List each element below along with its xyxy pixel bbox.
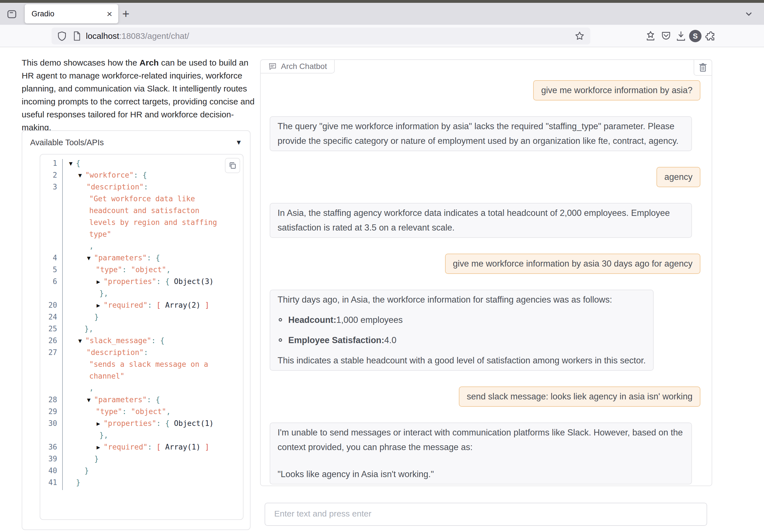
code-lines: 1▼{2▼"workforce": {3"description":"Get w… (40, 159, 243, 490)
code-line-content: ▶"required": [ Array(1) ] (62, 443, 243, 454)
page-icon[interactable] (72, 31, 82, 41)
list-item-label: Employee Satisfaction: (288, 333, 384, 348)
code-line-inner: ▼"workforce": { (78, 171, 147, 179)
code-line-content: ▶"required": [ Array(2) ] (62, 301, 243, 313)
copy-button[interactable] (225, 158, 240, 173)
line-number: 30 (40, 419, 62, 431)
chatbot-label: Arch Chatbot (260, 60, 335, 74)
line-number: 29 (40, 407, 62, 419)
code-line-inner: "description": (87, 348, 148, 357)
code-line-content: type" (62, 230, 243, 242)
code-line: 20▶"required": [ Array(2) ] (40, 301, 243, 313)
code-token: : (144, 348, 148, 357)
expand-arrow-icon[interactable]: ▶ (96, 278, 100, 285)
code-line-inner: channel" (89, 372, 124, 380)
expand-arrow-icon[interactable]: ▶ (96, 444, 100, 450)
code-line-inner: , (89, 384, 94, 392)
code-line-inner: "Get workforce data like (89, 195, 195, 203)
chevron-down-icon[interactable] (743, 8, 754, 20)
save-bookmark-tray-icon[interactable] (643, 29, 658, 43)
line-number: 41 (40, 478, 62, 490)
collapse-arrow-icon[interactable]: ▼ (78, 337, 82, 344)
firefox-view-icon[interactable] (6, 8, 18, 20)
collapse-arrow-icon[interactable]: ▼ (69, 160, 73, 167)
line-number (40, 230, 62, 242)
accordion-collapse-icon[interactable]: ▼ (235, 138, 242, 146)
bookmark-star-icon[interactable] (574, 30, 585, 42)
message-paragraph: This indicates a stable headcount with a… (278, 353, 646, 368)
line-number (40, 218, 62, 230)
code-token: } (85, 466, 89, 475)
url-host: localhost (86, 31, 119, 41)
line-number: 27 (40, 348, 62, 360)
chat-message-list: give me workforce information by asia?Th… (270, 74, 700, 485)
code-line-content: } (62, 454, 243, 466)
code-token: [ (156, 443, 161, 451)
code-line: 24} (40, 313, 243, 324)
code-token: : { (156, 277, 170, 286)
code-line: 4▼"parameters": { (40, 254, 243, 266)
code-line-content: channel" (62, 372, 243, 384)
code-token: "required" (103, 301, 148, 309)
tab-close-icon[interactable]: × (103, 7, 116, 20)
code-token: }, (99, 289, 108, 297)
code-line: type" (40, 230, 243, 242)
code-line-inner: }, (99, 431, 108, 440)
code-token: : { (147, 254, 160, 262)
pocket-icon[interactable] (659, 29, 673, 43)
tools-accordion-header[interactable]: Available Tools/APIs ▼ (22, 131, 250, 154)
message-paragraph: give me workforce information by asia 30… (453, 257, 692, 271)
code-token: channel" (89, 372, 124, 380)
url-text[interactable]: localhost:18083/agent/chat/ (86, 31, 189, 41)
code-line: 30▶"properties": { Object(1) (40, 419, 243, 431)
code-line-inner: type" (89, 230, 111, 239)
collapse-arrow-icon[interactable]: ▼ (78, 172, 82, 179)
line-number: 4 (40, 254, 62, 266)
user-message-bubble: give me workforce information by asia 30… (445, 254, 700, 274)
code-token: } (94, 454, 99, 463)
bot-message-bubble: I'm unable to send messages or interact … (270, 423, 692, 484)
code-token: "slack_message" (85, 336, 151, 345)
code-line-inner: ▼{ (69, 159, 80, 167)
list-item-value: 4.0 (384, 333, 396, 348)
code-line-inner: ▶"properties": { Object(1) (96, 419, 214, 428)
downloads-icon[interactable] (673, 29, 688, 43)
code-line-content: , (62, 384, 243, 396)
line-number: 39 (40, 454, 62, 466)
expand-arrow-icon[interactable]: ▶ (96, 420, 100, 427)
code-token: "sends a slack message on a (89, 360, 208, 368)
expand-arrow-icon[interactable]: ▶ (96, 302, 100, 309)
line-number: 25 (40, 324, 62, 336)
new-tab-button[interactable]: + (118, 6, 133, 21)
code-line: 40} (40, 466, 243, 478)
description-text: This demo showcases how the (22, 58, 140, 67)
line-number: 2 (40, 171, 62, 183)
account-badge[interactable]: S (688, 29, 703, 43)
code-token: levels by region and staffing (89, 218, 217, 227)
code-line-content: , (62, 242, 243, 254)
shield-icon[interactable] (57, 31, 67, 41)
code-line-inner: levels by region and staffing (89, 218, 217, 227)
code-token: { (76, 159, 81, 167)
code-line: 25}, (40, 324, 243, 336)
code-line: 39} (40, 454, 243, 466)
code-token: , (166, 407, 171, 416)
extensions-puzzle-icon[interactable] (703, 29, 717, 43)
code-token: : (122, 266, 131, 274)
bot-message-bubble: In Asia, the staffing agency workforce d… (270, 203, 692, 238)
available-tools-panel: Available Tools/APIs ▼ 1▼{2▼"workforce":… (22, 130, 251, 530)
list-item-value: 1,000 employees (336, 313, 403, 327)
chat-input[interactable] (265, 503, 707, 526)
browser-tab-gradio[interactable]: Gradio × (25, 4, 118, 23)
code-line: 2▼"workforce": { (40, 171, 243, 183)
code-line: 36▶"required": [ Array(1) ] (40, 443, 243, 454)
collapse-arrow-icon[interactable]: ▼ (87, 397, 91, 403)
chatbot-panel: Arch Chatbot give me workforce informati… (260, 60, 712, 486)
collapse-arrow-icon[interactable]: ▼ (87, 255, 91, 262)
code-line-inner: ▼"parameters": { (87, 396, 160, 404)
code-line-content: headcount and satisfacton (62, 206, 243, 218)
line-number: 40 (40, 466, 62, 478)
url-bar[interactable]: localhost:18083/agent/chat/ (52, 28, 590, 45)
line-number: 1 (40, 159, 62, 171)
code-token: : { (147, 396, 160, 404)
